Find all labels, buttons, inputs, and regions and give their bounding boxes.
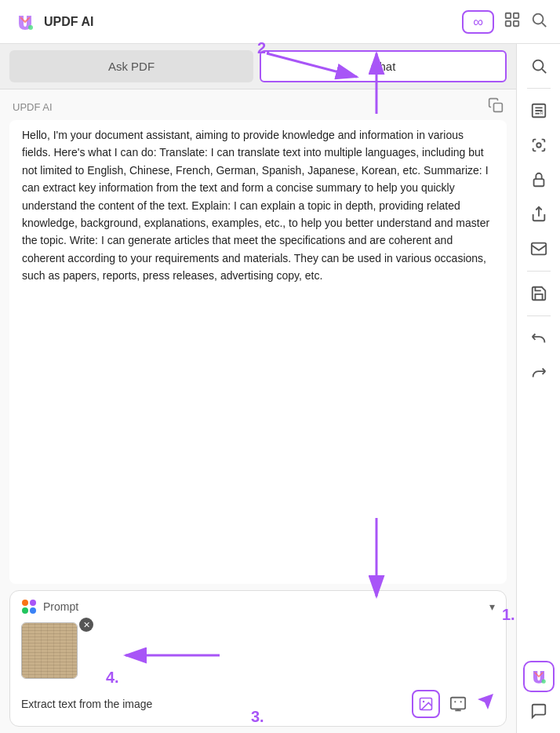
chat-section-label: UPDF AI	[13, 101, 53, 113]
save-icon	[530, 285, 547, 302]
svg-point-20	[536, 143, 541, 148]
assistant-message: Hello, I'm your document assistant, aimi…	[22, 126, 494, 285]
sidebar-search-icon	[530, 57, 547, 75]
tab-chat[interactable]: Chat	[260, 50, 507, 82]
right-sidebar: R	[516, 44, 560, 733]
sidebar-ocr-button[interactable]: R	[523, 95, 555, 126]
prompt-label-row: Prompt	[21, 599, 78, 614]
svg-text:R: R	[540, 111, 543, 115]
lock-icon	[530, 171, 547, 188]
sidebar-comment-button[interactable]	[523, 695, 555, 727]
chat-area: UPDF AI Hello, I'm your document assista…	[0, 89, 516, 733]
svg-line-7	[542, 23, 546, 27]
svg-point-12	[30, 607, 36, 614]
header-left: UPDF AI	[13, 9, 93, 35]
undo-icon	[530, 330, 547, 347]
svg-point-9	[22, 600, 28, 606]
search-icon	[530, 11, 547, 28]
svg-point-11	[22, 607, 28, 614]
sidebar-scan-button[interactable]	[523, 129, 555, 161]
prompt-label: Prompt	[43, 600, 78, 613]
infinity-button[interactable]: ∞	[462, 10, 494, 34]
sidebar-lock-button[interactable]	[523, 164, 555, 195]
header: UPDF AI ∞	[0, 0, 560, 44]
svg-point-6	[533, 14, 544, 24]
svg-rect-15	[451, 698, 465, 709]
svg-rect-2	[506, 13, 511, 18]
capture-icon	[449, 695, 467, 713]
settings-icon	[504, 11, 521, 28]
redo-icon	[530, 364, 547, 381]
sidebar-mail-button[interactable]	[523, 233, 555, 264]
prompt-area: Prompt ▾ ✕	[9, 590, 507, 727]
sidebar-search-button[interactable]	[523, 50, 555, 82]
screen-capture-button[interactable]	[446, 692, 470, 716]
svg-rect-8	[494, 104, 503, 112]
prompt-input[interactable]	[21, 695, 405, 713]
prompt-dots-icon	[21, 599, 37, 614]
prompt-chevron-button[interactable]: ▾	[489, 600, 495, 613]
sidebar-divider-2	[527, 271, 551, 272]
scan-icon	[530, 137, 547, 154]
sidebar-divider-1	[527, 88, 551, 89]
prompt-input-row	[10, 685, 506, 726]
image-icon	[418, 696, 434, 712]
svg-rect-23	[531, 243, 545, 255]
image-attach-button[interactable]	[412, 690, 440, 718]
chat-messages: Hello, I'm your document assistant, aimi…	[9, 120, 507, 584]
settings-icon-btn[interactable]	[504, 11, 521, 32]
prompt-image-area: ✕	[10, 622, 89, 685]
send-icon	[476, 692, 495, 711]
svg-rect-5	[514, 21, 518, 26]
tab-bar: Ask PDF Chat	[0, 44, 516, 89]
mail-icon	[530, 240, 547, 257]
main-layout: Ask PDF Chat UPDF AI Hello, I'm your doc…	[0, 44, 560, 733]
search-icon-btn[interactable]	[530, 11, 547, 32]
send-button[interactable]	[476, 692, 495, 716]
svg-point-14	[423, 701, 425, 703]
svg-point-24	[541, 680, 545, 684]
updf-ai-icon	[528, 666, 550, 687]
header-right: ∞	[462, 10, 547, 34]
sidebar-save-button[interactable]	[523, 278, 555, 309]
share-icon	[530, 206, 547, 223]
svg-point-1	[28, 25, 33, 30]
sidebar-share-button[interactable]	[523, 199, 555, 230]
comment-icon	[530, 702, 547, 720]
svg-line-17	[542, 69, 546, 73]
svg-point-16	[533, 60, 543, 71]
left-panel: Ask PDF Chat UPDF AI Hello, I'm your doc…	[0, 44, 516, 733]
svg-rect-4	[506, 21, 511, 26]
sidebar-updf-ai-button[interactable]	[523, 661, 555, 692]
copy-button[interactable]	[488, 97, 504, 117]
chat-header: UPDF AI	[0, 89, 516, 120]
app-title: UPDF AI	[44, 15, 93, 29]
copy-icon	[488, 97, 504, 113]
ocr-icon: R	[530, 102, 547, 119]
svg-point-10	[30, 600, 36, 606]
updf-logo-icon	[13, 9, 38, 35]
thumb-texture	[22, 623, 77, 678]
sidebar-divider-3	[527, 315, 551, 316]
remove-image-button[interactable]: ✕	[79, 618, 93, 632]
sidebar-undo-button[interactable]	[523, 323, 555, 354]
svg-rect-3	[514, 13, 518, 18]
sidebar-redo-button[interactable]	[523, 357, 555, 388]
tab-ask-pdf[interactable]: Ask PDF	[9, 50, 253, 82]
svg-rect-21	[533, 179, 544, 186]
prompt-image-thumbnail	[21, 622, 78, 679]
